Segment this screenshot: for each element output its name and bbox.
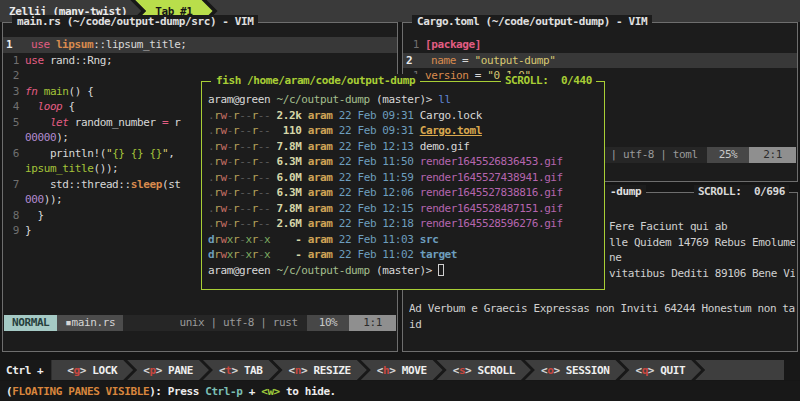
file-listing-row: .rw-r--r-- 6.3M aram 22 Feb 12:06 render… [208, 185, 604, 201]
code-line: 1use rand::Rng; [3, 53, 397, 69]
file-listing-row: drwxr-xr-x - aram 22 Feb 11:03 src [208, 232, 604, 248]
vim-mode-indicator: NORMAL [4, 315, 57, 331]
code-text: use lipsum::lipsum_title; [31, 38, 187, 51]
line-number: 8 [3, 208, 25, 224]
output-line: Ad Verbum e Graecis Expressas non Inviti… [409, 301, 795, 317]
terminal-output-fish: aram@green ~/c/output-dump (master)> ll … [202, 82, 604, 278]
line-number: 9 [3, 223, 25, 239]
pane-title-cargo-toml: Cargo.toml (~/code/output-dump) - VIM [412, 15, 652, 28]
file-listing-row: .rw-r--r-- 7.8M aram 22 Feb 12:13 demo.g… [208, 139, 604, 155]
file-listing-row: .rw-r--r-- 6.3M aram 22 Feb 11:50 render… [208, 154, 604, 170]
line-number: 4 [3, 99, 25, 115]
line-number: 7 [3, 177, 25, 193]
shell-prompt-line: aram@green ~/c/output-dump (master)> ll [208, 92, 604, 108]
statusline-filename: ▪main.rs [57, 315, 123, 331]
floating-pane-fish[interactable]: fish /home/aram/code/output-dump SCROLL:… [201, 81, 605, 290]
zellij-keybind-bar: Ctrl + <g> LOCK <p> PANE <t> TAB <n> RES… [0, 360, 800, 380]
code-text: std::thread::sleep(st [25, 178, 181, 191]
keybar-item-pane[interactable]: <p> PANE [127, 360, 209, 380]
statusline-scroll-percent: 25% [707, 147, 750, 163]
scroll-indicator-output: SCROLL: 0/696 [694, 185, 789, 198]
keybar-prefix: Ctrl + [0, 360, 51, 380]
file-listing-row: drwxr-xr-x - aram 22 Feb 11:02 target [208, 247, 604, 263]
file-listing-row: .rw-r--r-- 2.6M aram 22 Feb 12:18 render… [208, 216, 604, 232]
keybar-filler [695, 360, 784, 380]
code-text: fn main() { [25, 85, 93, 98]
code-text: ipsum_title()); [25, 162, 118, 175]
scroll-indicator-fish: SCROLL: 0/440 [501, 74, 596, 87]
code-area-cargo-toml: 1[package] 2name = "output-dump" 1versio… [403, 23, 797, 84]
output-text-bottom-fragment: Ad Verbum e Graecis Expressas non Inviti… [409, 301, 795, 332]
code-text: [package] [425, 38, 481, 51]
pane-title-main-rs: main.rs (~/code/output-dump/src) - VIM [12, 15, 258, 28]
line-number: 1 [3, 53, 25, 69]
output-line: id [409, 317, 795, 333]
line-number: 6 [3, 146, 25, 162]
line-number: 5 [3, 115, 25, 131]
code-text: } [25, 224, 31, 237]
statusline-fileinfo: unix | utf-8 | rust [179, 315, 306, 331]
line-number: 3 [3, 84, 25, 100]
code-line: 1[package] [403, 37, 797, 53]
code-text: use rand::Rng; [25, 54, 112, 67]
vim-statusline-main-rs: NORMAL ▪main.rs unix | utf-8 | rust 10% … [4, 315, 396, 331]
code-text: 000)); [25, 193, 62, 206]
code-text: println!("{} {} {}", [25, 147, 174, 160]
keybar-item-session[interactable]: <o> SESSION [525, 360, 625, 380]
output-line: lle Quidem 14769 Rebus Emolumen [609, 235, 795, 251]
output-line: vitatibus Dediti 89106 Bene Viv [609, 266, 795, 282]
line-number: 1 [3, 37, 31, 53]
code-text: name = "output-dump" [431, 54, 555, 67]
code-line: 1use lipsum::lipsum_title; [3, 37, 397, 53]
pane-title-output-fragment: -dump [605, 185, 646, 198]
file-listing-row: .rw-r--r-- 6.0M aram 22 Feb 11:59 render… [208, 170, 604, 186]
code-text: let random_number = r [25, 116, 181, 129]
line-number: 2 [403, 53, 431, 69]
keybar-item-move[interactable]: <h> MOVE [361, 360, 443, 380]
floating-pane-title: fish /home/aram/code/output-dump [211, 74, 420, 87]
output-text-right-fragment: Fere Faciunt qui ab lle Quidem 14769 Reb… [609, 219, 795, 281]
floating-panes-hint: (FLOATING PANES VISIBLE): Press Ctrl-p +… [0, 381, 800, 401]
line-number: 2 [3, 68, 25, 84]
output-line: ne [609, 250, 795, 266]
file-listing-row: .rw-r--r-- 2.2k aram 22 Feb 09:31 Cargo.… [208, 108, 604, 124]
code-text: } [25, 209, 44, 222]
keybar-item-tab[interactable]: <t> TAB [203, 360, 279, 380]
keybar-item-scroll[interactable]: <s> SCROLL [437, 360, 531, 380]
line-number: 1 [403, 37, 425, 53]
code-line: 2name = "output-dump" [403, 53, 797, 69]
code-text: loop { [25, 100, 75, 113]
output-line: Fere Faciunt qui ab [609, 219, 795, 235]
keybar-item-resize[interactable]: <n> RESIZE [273, 360, 367, 380]
statusline-scroll-percent: 10% [307, 315, 350, 331]
file-listing-row: .rw-r--r-- 7.8M aram 22 Feb 12:15 render… [208, 201, 604, 217]
keybar-item-lock[interactable]: <g> LOCK [51, 360, 133, 380]
file-listing-row: .rw-r--r-- 110 aram 22 Feb 09:31 Cargo.t… [208, 123, 604, 139]
zellij-terminal: { "colors": { "accent_green": "#a8ce35",… [0, 0, 800, 401]
shell-prompt-input[interactable]: aram@green ~/c/output-dump (master)> [208, 263, 604, 279]
code-text: 00000); [25, 131, 69, 144]
statusline-cursor-position: 1:1 [349, 315, 396, 331]
statusline-cursor-position: 2:1 [749, 147, 796, 163]
keybar-item-quit[interactable]: <q> QUIT [619, 360, 701, 380]
